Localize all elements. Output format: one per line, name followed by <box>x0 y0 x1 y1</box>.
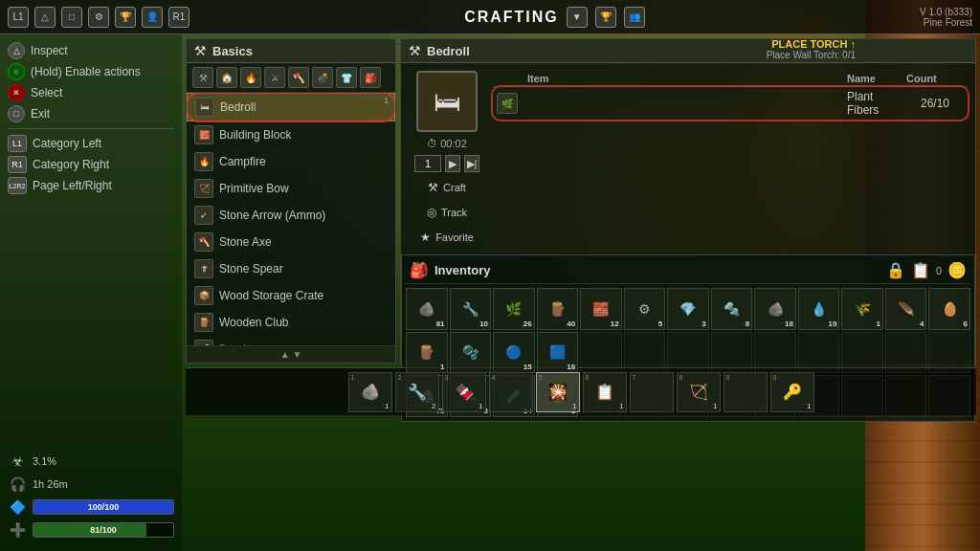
inv-cell-7[interactable]: 🔩8 <box>711 288 753 330</box>
cat-bag[interactable]: 🎒 <box>360 67 381 88</box>
person-icon[interactable]: 👤 <box>142 7 163 28</box>
square-button[interactable]: □ <box>61 7 82 28</box>
inv-cell-36-empty[interactable] <box>841 375 883 417</box>
craft-button[interactable]: ⚒ Craft <box>422 178 472 197</box>
place-wall-label: Place Wall Torch: 0/1 <box>767 50 856 60</box>
inv-cell-1[interactable]: 🔧10 <box>450 288 492 330</box>
inv-cell-0[interactable]: 🪨81 <box>406 288 448 330</box>
cup-icon[interactable]: 🏆 <box>595 7 616 28</box>
cell-count-10: 1 <box>876 320 880 328</box>
group-icon[interactable]: 👥 <box>624 7 645 28</box>
inv-cell-38-empty[interactable] <box>928 375 970 417</box>
gear-icon[interactable]: ⚙ <box>88 7 109 28</box>
cross-key: ✕ <box>8 84 25 101</box>
inv-cell-15[interactable]: 🔵15 <box>493 332 535 374</box>
stamina-icon: ➕ <box>8 520 27 540</box>
list-item-building-block[interactable]: 🧱 Building Block <box>187 121 395 148</box>
inv-cell-9[interactable]: 💧19 <box>798 288 840 330</box>
select-label: Select <box>31 86 62 99</box>
cat-bomb[interactable]: 💣 <box>312 67 333 88</box>
track-label: Track <box>441 207 467 218</box>
bedroll-icon: 🛏 <box>195 98 214 117</box>
ui-overlay: L1 △ □ ⚙ 🏆 👤 R1 CRAFTING ▼ 🏆 👥 V 1.0 (b3… <box>0 0 980 551</box>
cat-shirt[interactable]: 👕 <box>336 67 357 88</box>
hotbar-count-3: 1 <box>479 402 482 410</box>
building-block-icon: 🧱 <box>194 125 213 144</box>
cat-home[interactable]: 🏠 <box>216 67 237 88</box>
hotbar-cell-2[interactable]: 2 🔧 2 <box>395 372 439 412</box>
cell-icon-15: 🔵 <box>505 344 522 360</box>
list-item-stone-spear[interactable]: 🗡 Stone Spear <box>187 255 395 282</box>
list-item-wood-crate[interactable]: 📦 Wood Storage Crate <box>187 282 395 309</box>
exit-label: Exit <box>31 107 50 121</box>
hotbar-cell-4[interactable]: 4 <box>489 372 533 412</box>
inv-cell-6[interactable]: 💎3 <box>667 288 709 330</box>
inv-cell-20-empty[interactable] <box>711 332 753 374</box>
health-icon: 🔷 <box>8 497 27 517</box>
category-icons-row[interactable]: ⚒ 🏠 🔥 ⚔ 🪓 💣 👕 🎒 <box>187 63 395 93</box>
next-btn[interactable]: ▶ <box>445 155 460 172</box>
cat-hammer[interactable]: ⚒ <box>192 67 213 88</box>
craft-controls: ▶ ▶| <box>414 155 479 172</box>
inv-cell-22-empty[interactable] <box>798 332 840 374</box>
hotbar-cell-5[interactable]: 5 🎇 1 <box>536 372 580 412</box>
inv-cell-10[interactable]: 🌾1 <box>841 288 883 330</box>
inv-cell-3[interactable]: 🪵40 <box>537 288 579 330</box>
inv-cell-17-empty[interactable] <box>580 332 622 374</box>
inv-cell-37-empty[interactable] <box>885 375 927 417</box>
inventory-header: 🎒 Inventory 🔒 📋 0 🪙 <box>406 259 970 284</box>
list-item-stone-axe[interactable]: 🪓 Stone Axe <box>187 229 395 255</box>
inv-cell-5[interactable]: ⚙5 <box>624 288 666 330</box>
hotbar-cell-8[interactable]: 8 🏹 1 <box>677 372 721 412</box>
hotbar-cell-7[interactable]: 7 <box>630 372 674 412</box>
hotbar-count-8: 1 <box>713 402 717 410</box>
list-item-bandage[interactable]: 🩹 Bandage <box>187 336 395 345</box>
track-button[interactable]: ◎ Track <box>421 203 473 222</box>
r1-button[interactable]: R1 <box>168 7 189 28</box>
inv-cell-16[interactable]: 🟦18 <box>537 332 579 374</box>
inv-cell-13[interactable]: 🪵1 <box>406 332 448 374</box>
cat-fire[interactable]: 🔥 <box>240 67 261 88</box>
quantity-input[interactable] <box>414 155 441 172</box>
cell-icon-12: 🥚 <box>942 301 958 317</box>
track-icon: ◎ <box>427 206 436 219</box>
hotbar-count-2: 2 <box>432 402 435 410</box>
hotbar-num-3: 3 <box>445 374 449 381</box>
inv-cell-12[interactable]: 🥚6 <box>928 288 970 330</box>
hotbar-num-6: 6 <box>586 374 590 381</box>
hotbar-cell-6[interactable]: 6 📋 1 <box>583 372 627 412</box>
hotbar-count-5: 1 <box>572 402 576 410</box>
inv-cell-2[interactable]: 🌿26 <box>493 288 535 330</box>
list-item-bedroll[interactable]: 🛏 Bedroll 1 <box>187 93 395 121</box>
inv-cell-25-empty[interactable] <box>928 332 970 374</box>
hotbar-cell-3[interactable]: 3 🍫 1 <box>442 372 486 412</box>
list-item-wooden-club[interactable]: 🪵 Wooden Club <box>187 309 395 336</box>
list-item-primitive-bow[interactable]: 🏹 Primitive Bow <box>187 175 395 202</box>
list-item-stone-arrow[interactable]: ➶ Stone Arrow (Ammo) <box>187 202 395 229</box>
list-item-campfire[interactable]: 🔥 Campfire <box>187 148 395 175</box>
filter-icon[interactable]: ▼ <box>567 7 588 28</box>
inv-cell-21-empty[interactable] <box>754 332 796 374</box>
axe-icon: ⚒ <box>194 43 207 58</box>
trophy-icon[interactable]: 🏆 <box>115 7 136 28</box>
inv-cell-23-empty[interactable] <box>841 332 883 374</box>
hotbar-icon-8: 🏹 <box>689 383 708 401</box>
hotbar-cell-9[interactable]: 9 <box>724 372 768 412</box>
hotbar-cell-1[interactable]: 1 🪨 1 <box>348 372 392 412</box>
inv-cell-18-empty[interactable] <box>624 332 666 374</box>
inv-cell-24-empty[interactable] <box>885 332 927 374</box>
inv-cell-14[interactable]: 🫧 <box>450 332 492 374</box>
inv-cell-11[interactable]: 🪶4 <box>885 288 927 330</box>
cat-sword[interactable]: ⚔ <box>264 67 285 88</box>
l1-button[interactable]: L1 <box>8 7 29 28</box>
craft-timer: ⏱ 00:02 <box>427 138 467 149</box>
favorite-button[interactable]: ★ Favorite <box>414 228 479 247</box>
inv-cell-19-empty[interactable] <box>667 332 709 374</box>
triangle-button[interactable]: △ <box>34 7 56 28</box>
cell-icon-10: 🌾 <box>855 301 871 317</box>
forward-btn[interactable]: ▶| <box>464 155 479 172</box>
hotbar-cell-0[interactable]: 0 🔑 1 <box>770 372 814 412</box>
inv-cell-8[interactable]: 🪨18 <box>754 288 796 330</box>
cat-axe[interactable]: 🪓 <box>288 67 309 88</box>
inv-cell-4[interactable]: 🧱12 <box>580 288 622 330</box>
